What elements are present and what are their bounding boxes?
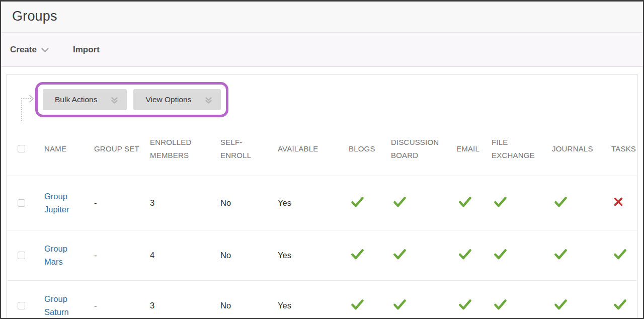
column-header-file-exchange: FILE EXCHANGE xyxy=(487,122,547,176)
self-enroll-cell: No xyxy=(215,280,273,319)
group-link[interactable]: Group Saturn xyxy=(44,292,77,319)
table-header-row: NAME GROUP SET ENROLLED MEMBERS SELF-ENR… xyxy=(7,122,637,176)
check-icon xyxy=(458,249,472,260)
select-all-checkbox[interactable] xyxy=(18,145,25,152)
create-menu-button[interactable]: Create xyxy=(10,45,49,55)
groups-list-panel: Bulk Actions View Options xyxy=(7,74,637,319)
page-title: Groups xyxy=(12,9,632,24)
check-icon xyxy=(351,299,364,310)
enrolled-members-cell: 3 xyxy=(145,280,215,319)
status-icon xyxy=(611,249,627,262)
status-icon xyxy=(492,249,507,262)
check-icon xyxy=(393,299,407,310)
import-button[interactable]: Import xyxy=(73,45,100,55)
status-icon xyxy=(349,196,364,210)
check-icon xyxy=(393,196,407,208)
check-icon xyxy=(494,249,507,260)
status-icon xyxy=(349,249,364,262)
column-header-name: NAME xyxy=(39,122,89,176)
self-enroll-cell: No xyxy=(215,230,273,280)
bulk-actions-label: Bulk Actions xyxy=(55,95,97,104)
bulk-actions-button[interactable]: Bulk Actions xyxy=(43,89,127,110)
status-icon xyxy=(456,249,472,262)
view-options-button[interactable]: View Options xyxy=(133,89,221,110)
column-header-journals: JOURNALS xyxy=(547,122,606,176)
row-checkbox[interactable] xyxy=(18,302,25,309)
group-link[interactable]: Group Mars xyxy=(44,242,77,269)
enrolled-members-cell: 4 xyxy=(145,230,215,280)
column-header-available: AVAILABLE xyxy=(273,122,344,176)
column-header-self-enroll: SELF-ENROLL xyxy=(215,122,273,176)
check-icon xyxy=(554,299,568,310)
status-icon xyxy=(456,196,472,210)
action-bar: Create Import xyxy=(1,33,643,67)
check-icon xyxy=(351,196,364,208)
check-icon xyxy=(613,299,627,310)
double-chevron-down-icon xyxy=(110,96,119,105)
double-chevron-down-icon xyxy=(204,96,213,105)
row-checkbox[interactable] xyxy=(18,252,25,259)
group-set-cell: - xyxy=(89,280,145,319)
column-header-group-set: GROUP SET xyxy=(89,122,145,176)
column-header-email: EMAIL xyxy=(451,122,487,176)
available-cell: Yes xyxy=(273,176,344,230)
check-icon xyxy=(554,196,568,208)
self-enroll-cell: No xyxy=(215,176,273,230)
table-row: Group Saturn - 3 No Yes xyxy=(7,280,637,319)
groups-page: Groups Create Import Bulk Actions xyxy=(0,0,644,319)
column-header-enrolled-members: ENROLLED MEMBERS xyxy=(145,122,215,176)
available-cell: Yes xyxy=(273,280,344,319)
status-icon xyxy=(611,197,623,209)
check-icon xyxy=(613,249,627,260)
cross-icon xyxy=(613,197,623,207)
group-link[interactable]: Group Jupiter xyxy=(44,190,77,216)
column-header-discussion-board: DISCUSSION BOARD xyxy=(386,122,451,176)
status-icon xyxy=(391,299,407,312)
table-row: Group Mars - 4 No Yes xyxy=(7,230,637,280)
status-icon xyxy=(391,249,407,262)
status-icon xyxy=(349,299,364,312)
groups-table: NAME GROUP SET ENROLLED MEMBERS SELF-ENR… xyxy=(7,122,637,319)
check-icon xyxy=(351,249,364,260)
page-title-bar: Groups xyxy=(1,2,643,33)
group-set-cell: - xyxy=(89,230,145,280)
enrolled-members-cell: 3 xyxy=(145,176,215,230)
column-header-tasks: TASKS xyxy=(606,122,637,176)
create-label: Create xyxy=(10,45,37,55)
chevron-down-icon xyxy=(41,48,49,53)
check-icon xyxy=(494,196,507,208)
check-icon xyxy=(393,249,407,260)
view-options-label: View Options xyxy=(145,95,191,104)
status-icon xyxy=(391,196,407,210)
check-icon xyxy=(554,249,568,260)
status-icon xyxy=(552,299,568,312)
row-checkbox[interactable] xyxy=(18,199,25,207)
column-header-blogs: BLOGS xyxy=(344,122,386,176)
available-cell: Yes xyxy=(273,230,344,280)
status-icon xyxy=(552,249,568,262)
status-icon xyxy=(456,299,472,312)
check-icon xyxy=(458,299,472,310)
table-row: Group Jupiter - 3 No Yes xyxy=(7,176,637,230)
status-icon xyxy=(611,299,627,312)
import-label: Import xyxy=(73,45,100,55)
annotation-highlight-outline: Bulk Actions View Options xyxy=(35,82,228,117)
list-toolbar: Bulk Actions View Options xyxy=(7,74,637,122)
status-icon xyxy=(492,196,507,210)
status-icon xyxy=(492,299,507,312)
check-icon xyxy=(494,299,507,310)
status-icon xyxy=(552,196,568,210)
group-set-cell: - xyxy=(89,176,145,230)
check-icon xyxy=(458,196,472,208)
